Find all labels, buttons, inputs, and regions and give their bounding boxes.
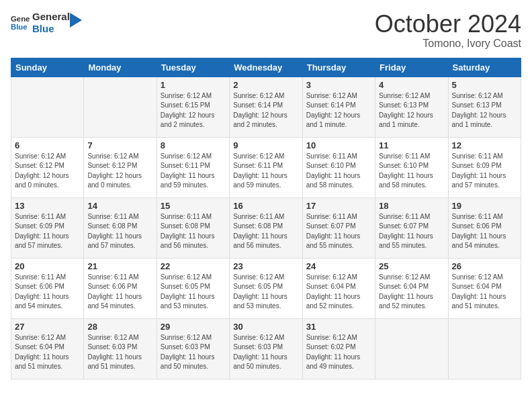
logo-icon: General Blue (11, 13, 30, 32)
header-day-saturday: Saturday (448, 58, 521, 77)
day-info: Sunrise: 6:12 AM Sunset: 6:04 PM Dayligh… (15, 333, 80, 372)
day-info: Sunrise: 6:12 AM Sunset: 6:04 PM Dayligh… (379, 273, 444, 312)
location-title: Tomono, Ivory Coast (375, 38, 521, 50)
header-day-monday: Monday (84, 58, 157, 77)
day-number: 23 (233, 261, 298, 271)
calendar-header-row: SundayMondayTuesdayWednesdayThursdayFrid… (11, 58, 521, 77)
calendar-day-5: 5Sunrise: 6:12 AM Sunset: 6:13 PM Daylig… (448, 77, 521, 137)
day-number: 4 (379, 80, 444, 90)
calendar-empty-cell (11, 77, 84, 137)
calendar-week-row: 13Sunrise: 6:11 AM Sunset: 6:09 PM Dayli… (11, 197, 521, 258)
calendar-week-row: 20Sunrise: 6:11 AM Sunset: 6:06 PM Dayli… (11, 258, 521, 318)
calendar-day-8: 8Sunrise: 6:12 AM Sunset: 6:11 PM Daylig… (157, 137, 229, 197)
day-info: Sunrise: 6:11 AM Sunset: 6:06 PM Dayligh… (452, 212, 517, 251)
calendar-day-22: 22Sunrise: 6:12 AM Sunset: 6:05 PM Dayli… (157, 258, 229, 318)
logo-text-general: General (32, 11, 70, 23)
calendar-day-24: 24Sunrise: 6:12 AM Sunset: 6:04 PM Dayli… (302, 258, 375, 318)
day-info: Sunrise: 6:11 AM Sunset: 6:10 PM Dayligh… (306, 152, 371, 191)
day-info: Sunrise: 6:11 AM Sunset: 6:09 PM Dayligh… (452, 152, 517, 191)
calendar-day-30: 30Sunrise: 6:12 AM Sunset: 6:03 PM Dayli… (230, 318, 302, 379)
calendar-day-29: 29Sunrise: 6:12 AM Sunset: 6:03 PM Dayli… (157, 318, 229, 379)
calendar-day-14: 14Sunrise: 6:11 AM Sunset: 6:08 PM Dayli… (84, 197, 157, 258)
day-number: 19 (452, 201, 517, 211)
day-number: 28 (87, 322, 152, 332)
calendar-day-27: 27Sunrise: 6:12 AM Sunset: 6:04 PM Dayli… (11, 318, 84, 379)
day-number: 20 (15, 261, 80, 271)
day-info: Sunrise: 6:12 AM Sunset: 6:05 PM Dayligh… (233, 273, 298, 312)
svg-text:General: General (11, 15, 30, 23)
calendar-day-7: 7Sunrise: 6:12 AM Sunset: 6:12 PM Daylig… (84, 137, 157, 197)
day-number: 17 (306, 201, 371, 211)
calendar-week-row: 6Sunrise: 6:12 AM Sunset: 6:12 PM Daylig… (11, 137, 521, 197)
calendar-title-block: October 2024 Tomono, Ivory Coast (375, 11, 521, 50)
day-info: Sunrise: 6:11 AM Sunset: 6:08 PM Dayligh… (87, 212, 152, 251)
header-day-friday: Friday (375, 58, 448, 77)
day-number: 9 (233, 140, 298, 150)
day-info: Sunrise: 6:12 AM Sunset: 6:05 PM Dayligh… (161, 273, 226, 312)
day-number: 29 (161, 322, 226, 332)
day-info: Sunrise: 6:12 AM Sunset: 6:13 PM Dayligh… (452, 91, 517, 130)
calendar-day-20: 20Sunrise: 6:11 AM Sunset: 6:06 PM Dayli… (11, 258, 84, 318)
day-number: 11 (379, 140, 444, 150)
day-number: 12 (452, 140, 517, 150)
day-info: Sunrise: 6:12 AM Sunset: 6:11 PM Dayligh… (161, 152, 226, 191)
day-number: 3 (306, 80, 371, 90)
calendar-day-3: 3Sunrise: 6:12 AM Sunset: 6:14 PM Daylig… (302, 77, 375, 137)
day-info: Sunrise: 6:11 AM Sunset: 6:08 PM Dayligh… (161, 212, 226, 251)
day-number: 24 (306, 261, 371, 271)
calendar-table: SundayMondayTuesdayWednesdayThursdayFrid… (11, 58, 521, 379)
calendar-day-1: 1Sunrise: 6:12 AM Sunset: 6:15 PM Daylig… (157, 77, 229, 137)
day-number: 10 (306, 140, 371, 150)
svg-marker-3 (70, 13, 82, 28)
logo: General Blue General Blue (11, 11, 82, 35)
day-number: 27 (15, 322, 80, 332)
calendar-day-18: 18Sunrise: 6:11 AM Sunset: 6:07 PM Dayli… (375, 197, 448, 258)
calendar-day-26: 26Sunrise: 6:12 AM Sunset: 6:04 PM Dayli… (448, 258, 521, 318)
calendar-day-12: 12Sunrise: 6:11 AM Sunset: 6:09 PM Dayli… (448, 137, 521, 197)
day-number: 21 (87, 261, 152, 271)
day-info: Sunrise: 6:12 AM Sunset: 6:15 PM Dayligh… (161, 91, 226, 130)
day-info: Sunrise: 6:11 AM Sunset: 6:06 PM Dayligh… (15, 273, 80, 312)
calendar-empty-cell (375, 318, 448, 379)
day-number: 22 (161, 261, 226, 271)
calendar-day-9: 9Sunrise: 6:12 AM Sunset: 6:11 PM Daylig… (230, 137, 302, 197)
calendar-day-19: 19Sunrise: 6:11 AM Sunset: 6:06 PM Dayli… (448, 197, 521, 258)
calendar-day-13: 13Sunrise: 6:11 AM Sunset: 6:09 PM Dayli… (11, 197, 84, 258)
calendar-day-2: 2Sunrise: 6:12 AM Sunset: 6:14 PM Daylig… (230, 77, 302, 137)
day-number: 14 (87, 201, 152, 211)
calendar-day-15: 15Sunrise: 6:11 AM Sunset: 6:08 PM Dayli… (157, 197, 229, 258)
day-info: Sunrise: 6:12 AM Sunset: 6:03 PM Dayligh… (161, 333, 226, 372)
calendar-day-31: 31Sunrise: 6:12 AM Sunset: 6:02 PM Dayli… (302, 318, 375, 379)
svg-text:Blue: Blue (11, 23, 28, 31)
calendar-day-4: 4Sunrise: 6:12 AM Sunset: 6:13 PM Daylig… (375, 77, 448, 137)
calendar-empty-cell (448, 318, 521, 379)
calendar-day-16: 16Sunrise: 6:11 AM Sunset: 6:08 PM Dayli… (230, 197, 302, 258)
day-number: 16 (233, 201, 298, 211)
day-number: 18 (379, 201, 444, 211)
day-info: Sunrise: 6:12 AM Sunset: 6:13 PM Dayligh… (379, 91, 444, 130)
day-number: 7 (87, 140, 152, 150)
calendar-day-10: 10Sunrise: 6:11 AM Sunset: 6:10 PM Dayli… (302, 137, 375, 197)
calendar-day-21: 21Sunrise: 6:11 AM Sunset: 6:06 PM Dayli… (84, 258, 157, 318)
calendar-day-23: 23Sunrise: 6:12 AM Sunset: 6:05 PM Dayli… (230, 258, 302, 318)
day-number: 6 (15, 140, 80, 150)
day-info: Sunrise: 6:12 AM Sunset: 6:14 PM Dayligh… (306, 91, 371, 130)
day-info: Sunrise: 6:12 AM Sunset: 6:03 PM Dayligh… (87, 333, 152, 372)
day-number: 26 (452, 261, 517, 271)
day-number: 25 (379, 261, 444, 271)
header-day-sunday: Sunday (11, 58, 84, 77)
month-title: October 2024 (375, 11, 521, 38)
header-day-tuesday: Tuesday (157, 58, 229, 77)
calendar-week-row: 27Sunrise: 6:12 AM Sunset: 6:04 PM Dayli… (11, 318, 521, 379)
header-day-wednesday: Wednesday (230, 58, 302, 77)
logo-arrow-icon (70, 13, 82, 28)
day-info: Sunrise: 6:12 AM Sunset: 6:14 PM Dayligh… (233, 91, 298, 130)
day-info: Sunrise: 6:12 AM Sunset: 6:02 PM Dayligh… (306, 333, 371, 372)
day-info: Sunrise: 6:11 AM Sunset: 6:06 PM Dayligh… (87, 273, 152, 312)
calendar-week-row: 1Sunrise: 6:12 AM Sunset: 6:15 PM Daylig… (11, 77, 521, 137)
day-info: Sunrise: 6:11 AM Sunset: 6:10 PM Dayligh… (379, 152, 444, 191)
day-info: Sunrise: 6:12 AM Sunset: 6:12 PM Dayligh… (15, 152, 80, 191)
day-number: 15 (161, 201, 226, 211)
day-info: Sunrise: 6:11 AM Sunset: 6:08 PM Dayligh… (233, 212, 298, 251)
day-info: Sunrise: 6:11 AM Sunset: 6:09 PM Dayligh… (15, 212, 80, 251)
